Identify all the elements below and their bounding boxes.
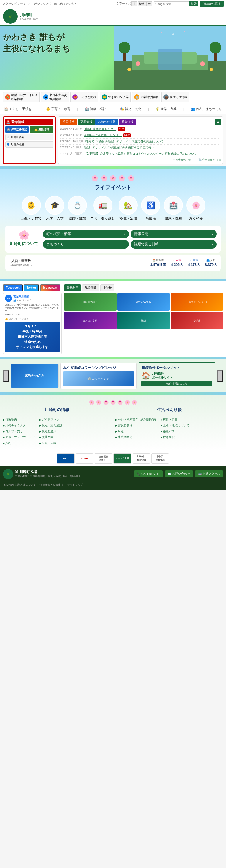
nav-item-health[interactable]: 🏥 健康・福祉 (83, 104, 108, 114)
photo-tab-recent[interactable]: 最新利用 (64, 284, 81, 291)
nav-item-culture[interactable]: 🎭 観光・文化 (118, 104, 143, 114)
life-link-community[interactable]: 上水・地域について (161, 424, 189, 427)
info-link-guidebook[interactable]: ガイドブック (39, 418, 59, 421)
footer-disclaimer-link[interactable]: 情報作者・免責事項 (38, 483, 65, 487)
footer-access-btn[interactable]: 🚌 交通アクセス (195, 470, 223, 477)
font-std-btn[interactable]: 標準 (138, 1, 146, 6)
beginner-link[interactable]: はじめてのご方へ (54, 2, 77, 6)
sponsor-kanko[interactable]: 川崎町観光協会 (133, 453, 150, 464)
quick-link-akiya[interactable]: 💳 空き家バンク等 (100, 92, 131, 102)
photo-tab-school[interactable]: 小学校 (100, 284, 115, 291)
info-link-transport[interactable]: 交通案内 (39, 435, 54, 439)
banner-prev-btn[interactable]: ‹ (3, 370, 9, 382)
footer-privacy-link[interactable]: 個人情報保護方針について (3, 483, 37, 487)
info-link-golf[interactable]: ゴルフ・釣り (3, 430, 23, 433)
sponsor-welfare[interactable]: 社会福祉協議会 (95, 453, 112, 464)
photo-3[interactable]: 川崎スポーツパーク (170, 293, 223, 311)
life-link-water[interactable]: 水道 (115, 430, 124, 433)
event-reloc[interactable]: 🏡 移住・定住 (119, 196, 138, 221)
info-link-chara[interactable]: 川崎キャラクター (3, 424, 29, 427)
life-link-reloc[interactable]: 移住・定住 (161, 418, 177, 421)
info-link-tourism[interactable]: 観光・文化施設 (39, 424, 62, 427)
notice-tab-updates[interactable]: 更新情報 (78, 119, 95, 125)
sns-instagram-tab[interactable]: Instagram (40, 284, 60, 291)
emergency-title: 🚨 緊急情報 (5, 119, 54, 125)
photo-tab-garden[interactable]: 施設園芸 (82, 284, 99, 291)
sns-account-name[interactable]: 宮城県川崎町 (13, 295, 34, 299)
search-button[interactable]: 検索 (189, 1, 198, 6)
banner-coworking[interactable]: みやぎ川崎コワーキングビレッジ 🏢 コワーキング (61, 363, 137, 389)
photo-1[interactable]: 川崎町の様子 (64, 293, 117, 311)
evacuation-btn[interactable]: ⚠️ 避難情報 (30, 126, 54, 133)
info-link-admin[interactable]: 行政案内 (3, 418, 17, 421)
photo-5[interactable]: 施設 (118, 312, 170, 329)
sns-twitter-tab[interactable]: Twitter (24, 284, 39, 291)
font-large-btn[interactable]: 大 (147, 1, 152, 6)
quick-link-covid[interactable]: 🦠 新型コロナウイルス感染情報 (3, 92, 40, 102)
notice-up-btn[interactable]: ▲ (215, 119, 221, 125)
notice-tab-recruit[interactable]: 募集情報 (119, 119, 136, 125)
nav-item-community[interactable]: 👥 お友・まちづくり (189, 104, 224, 114)
notice-tab-info[interactable]: お知らせ情報 (95, 119, 118, 125)
event-marriage[interactable]: 💍 結婚・離婚 (68, 196, 87, 221)
event-medical[interactable]: 🏥 健康・医療 (164, 196, 183, 221)
sponsor-sports[interactable]: 川崎町体育協会 (152, 453, 169, 464)
event-school[interactable]: 🎓 入学・入学 (45, 196, 64, 221)
sponsor-bg[interactable]: B&G (57, 453, 74, 464)
life-link-local[interactable]: 地域物産化 (115, 435, 132, 439)
sns-facebook-tab[interactable]: Facebook (3, 284, 23, 291)
footer-sitemap-link[interactable]: サイトマップ (66, 483, 84, 487)
about-link-assembly[interactable]: 議場で見る川崎› (131, 240, 217, 249)
accessibility-link[interactable]: アクセシビリティ (2, 2, 26, 6)
notice-tab-featured[interactable]: 注目情報 (60, 119, 77, 125)
info-link-tender[interactable]: 入札 (3, 441, 11, 444)
event-birth[interactable]: 👶 出産・子育て (21, 196, 42, 221)
portal-btn[interactable]: 物件情報はこちら (141, 381, 213, 386)
event-medical-label: 健康・医療 (165, 216, 182, 221)
info-link-bulletin[interactable]: 広報・広報 (39, 441, 56, 444)
event-move[interactable]: 🚛 ゴミ・引っ越し (90, 196, 115, 221)
info-link-play[interactable]: 観光と遊ぶ (39, 430, 56, 433)
life-link-bus[interactable]: 路線バス (161, 430, 174, 433)
search-input[interactable] (154, 1, 189, 6)
banner-next-btn[interactable]: › (217, 370, 223, 382)
notice-link[interactable]: 町内で130例目の新型コロナウイルス感染者の発生について (86, 140, 164, 144)
quick-link-furusato[interactable]: 🎁 ふるさと納税 (70, 92, 98, 102)
photo-4[interactable]: みんなの学校 (64, 312, 117, 329)
about-link-disclosure[interactable]: 情報公開› (131, 230, 217, 238)
notice-item: 2022年4月1日更新 川崎町農業振興センター NEW (60, 126, 221, 132)
sponsor-sugo[interactable]: SUGO (76, 453, 93, 464)
banner-portal[interactable]: 川崎物件ポータルサイト 🏠 川崎物件ポータルサイト 物件情報はこちら (138, 363, 216, 390)
about-link-planning[interactable]: まちづくり› (43, 240, 129, 249)
notice-link[interactable]: 令和4年 ごみ収集カレンダー (84, 133, 122, 137)
footer-tel-btn[interactable]: 📞 0224-84-6111 (134, 470, 163, 477)
photo-6[interactable]: 小学生 (170, 312, 223, 329)
furigana-link[interactable]: ふりがなをつける (28, 2, 52, 6)
nav-item-children[interactable]: 👶 子育て・教育 (44, 104, 72, 114)
related-btn[interactable]: 初めから探す (200, 1, 224, 7)
event-elderly[interactable]: ♿ 高齢者 (141, 196, 160, 221)
notice-link[interactable]: 川崎町農業振興センター (84, 127, 116, 131)
sponsor-eneltro[interactable]: エネトロ川崎 (113, 453, 131, 464)
event-memorial[interactable]: 🌸 おくやみ (186, 196, 205, 221)
life-link-emergency[interactable]: 救急施設 (161, 435, 174, 439)
life-link-facility[interactable]: かわさき産業さちの利用案内 (115, 418, 156, 421)
photo-2[interactable]: AGRI×BATAKA (118, 293, 170, 311)
footer-contact-btn[interactable]: ✉️ お問い合わせ (165, 470, 193, 477)
notice-link[interactable]: 新型コロナウイルス保護解除の再発行をご希望の方へ (84, 146, 154, 150)
about-link-overview[interactable]: 町の概要・沿革› (43, 230, 129, 238)
quick-link-disaster[interactable]: 🏔 東日本大震災復興情報 (41, 92, 69, 102)
assembly-link[interactable]: 📋 川崎町議会 (5, 134, 54, 140)
font-small-btn[interactable]: 小 (131, 1, 137, 6)
rss-link[interactable]: 📡 注目情報のRSS (198, 158, 221, 161)
life-link-farm[interactable]: 宮坂公農場 (115, 424, 132, 427)
notice-link[interactable]: 【3/4更新】公共等（ル→11館）新型コロナウイルスワクチン摂取施設の予約につい… (84, 152, 197, 156)
quick-link-relocation[interactable]: 💼 移住定住情報 (161, 92, 189, 102)
quick-link-business[interactable]: 🏢 企業誘致情報 (132, 92, 160, 102)
info-link-sports[interactable]: スポーツ・アウトドア (3, 435, 35, 439)
notice-more-link[interactable]: 注目情報の一覧 (172, 158, 191, 161)
mayor-link[interactable]: 👤 町長の部屋 (5, 142, 54, 148)
nav-item-life[interactable]: 🏠 くらし・手続き (2, 104, 33, 114)
nav-item-industry[interactable]: 🌾 産業・農業 (154, 104, 179, 114)
insurance-btn[interactable]: 🏥 保険証書確認 (5, 126, 29, 133)
